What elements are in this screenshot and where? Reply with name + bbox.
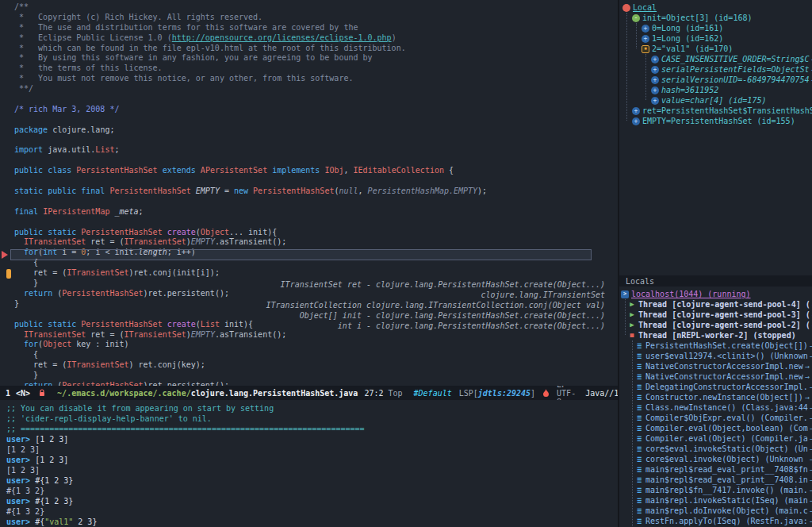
- lsp-sideline-overlay: ITransientSet ret - clojure.lang.Persist…: [266, 280, 605, 331]
- variable-row[interactable]: +0=Long (id=161): [619, 23, 812, 33]
- code-line: * By using this software in any fashion,…: [14, 53, 618, 63]
- debug-row[interactable]: ≡PersistentHashSet.create(Object[])→: [619, 340, 812, 351]
- variable-row[interactable]: +value=char[4] (id=175): [619, 95, 812, 106]
- major-mode-indicator[interactable]: Java//1: [585, 389, 618, 398]
- modeline: 1 <N> ~/.emacs.d/workspace/.cache/clojur…: [0, 386, 618, 400]
- variable-row[interactable]: ▪2="val1" (id=170): [619, 44, 812, 54]
- code-line: ITransientSet ret = (ITransientSet)EMPTY…: [14, 237, 618, 248]
- debug-row[interactable]: ≡Compiler$ObjExpr.eval() (Compiler.→: [619, 413, 812, 423]
- buffer-file-name: clojure.lang.PersistentHashSet.java: [191, 389, 358, 398]
- repl-line: user> #{1 2 3}: [6, 496, 618, 506]
- debug-row[interactable]: ▶Thread [clojure-agent-send-pool-3] (→: [619, 310, 812, 320]
- code-line: * The use and distribution terms for thi…: [14, 23, 618, 33]
- variable-row[interactable]: +ret=PersistentHashSet$TransientHashS→: [619, 106, 812, 116]
- repl-buffer[interactable]: ;; You can disable it from appearing on …: [0, 400, 618, 527]
- repl-line: user> #{"val1" 2 3}: [6, 517, 618, 527]
- debug-row[interactable]: ≡Class.newInstance() (Class.java:44→: [619, 402, 812, 413]
- code-line: * the terms of this license.: [14, 63, 618, 74]
- cursor-position: 27:2: [364, 389, 383, 398]
- code-line: static public final PersistentHashSet EM…: [14, 187, 618, 197]
- variable-row[interactable]: +CASE_INSENSITIVE_ORDER=String$C→: [619, 54, 812, 64]
- variable-collapsed-icon: +: [651, 87, 659, 94]
- stack-frame-icon: ≡: [635, 456, 643, 464]
- sessions-panel: >localhost(1044) (running)▶Thread [cloju…: [619, 287, 812, 527]
- debug-row[interactable]: ≡main$repl$fn__7417.invoke() (main.→: [619, 485, 812, 495]
- code-line: [14, 156, 618, 166]
- execution-pointer-icon: [2, 251, 8, 259]
- tree-guide-line: [625, 299, 626, 335]
- debug-row[interactable]: ▶Thread [clojure-agent-send-pool-4] (→: [619, 299, 812, 310]
- debug-row[interactable]: ▶Thread [clojure-agent-send-pool-2] (→: [619, 320, 812, 330]
- breakpoint-icon[interactable]: [6, 269, 11, 279]
- code-line: * You must not remove this notice, or an…: [14, 74, 618, 84]
- variable-row[interactable]: +serialPersistentFields=ObjectSt→: [619, 64, 812, 75]
- tree-guide-line: [645, 54, 646, 100]
- code-line: for(Object key : init): [14, 340, 618, 350]
- sideline-hint: clojure.lang.ITransientSet: [266, 290, 605, 301]
- debug-current-line-highlight: [10, 249, 592, 260]
- debug-row[interactable]: ≡main$repl.doInvoke(Object) (main.c→: [619, 506, 812, 516]
- debug-row[interactable]: ≡DelegatingConstructorAccessorImpl.→: [619, 382, 812, 392]
- debug-row[interactable]: ≡NativeConstructorAccessorImpl.new→: [619, 361, 812, 371]
- code-line: public class PersistentHashSet extends A…: [14, 166, 618, 176]
- sideline-hint: ITransientSet ret - clojure.lang.Persist…: [266, 280, 605, 290]
- sideline-hint: Object[] init - clojure.lang.PersistentH…: [266, 311, 605, 321]
- variable-row[interactable]: Local: [619, 2, 812, 13]
- code-line: /* rich Mar 3, 2008 */: [14, 105, 618, 115]
- variable-row[interactable]: -init=Object[3] (id=168): [619, 13, 812, 23]
- debug-row[interactable]: ≡NativeConstructorAccessorImpl.new→: [619, 371, 812, 382]
- tree-guide-line: [626, 13, 627, 121]
- workspace-name: #Default: [414, 389, 452, 398]
- stack-frame-icon: ≡: [635, 497, 643, 505]
- debug-row[interactable]: ≡Constructor.newInstance(Object[])→: [619, 392, 812, 402]
- debug-row[interactable]: ≡core$eval.invoke(Object) (Unknown →: [619, 454, 812, 464]
- buffer-directory: ~/.emacs.d/workspace/.cache/: [57, 389, 191, 398]
- lsp-label: LSP[: [459, 389, 478, 398]
- debug-row[interactable]: ≡main$repl.invokeStatic(ISeq) (main→: [619, 495, 812, 506]
- variable-expanded-icon: -: [632, 14, 640, 22]
- debug-row[interactable]: ■Thread [nREPL-worker-2] (stopped): [619, 330, 812, 340]
- variable-row[interactable]: +hash=3611952: [619, 85, 812, 95]
- debug-row[interactable]: ≡user$eval12974.<clinit>() (Unknown→: [619, 351, 812, 361]
- evil-state-indicator: <N>: [16, 389, 30, 398]
- debug-row[interactable]: ≡core$eval.invokeStatic(Object) (Un→: [619, 444, 812, 454]
- stack-frame-icon: ≡: [635, 404, 643, 412]
- debug-row[interactable]: ≡RestFn.applyTo(ISeq) (RestFn.java:→: [619, 516, 812, 526]
- truncation-arrow-icon: →: [805, 362, 810, 371]
- stack-frame-icon: ≡: [635, 517, 643, 525]
- variable-row[interactable]: +EMPTY=PersistentHashSet (id=155): [619, 116, 812, 126]
- debugger-side-panel: Local-init=Object[3] (id=168)+0=Long (id…: [618, 0, 812, 527]
- truncation-arrow-icon: →: [805, 393, 810, 402]
- source-buffer[interactable]: /** * Copyright (c) Rich Hickey. All rig…: [0, 0, 618, 386]
- code-line: [14, 197, 618, 207]
- stack-frame-icon: ≡: [635, 414, 643, 422]
- repl-line: ;; =====================================…: [6, 424, 618, 434]
- code-line: ret = (ITransientSet) ret.conj(key);: [14, 360, 618, 371]
- code-line: [14, 115, 618, 125]
- code-line: * which can be found in the file epl-v10…: [14, 44, 618, 54]
- debug-row[interactable]: ≡main$repl$read_eval_print__7408.in→: [619, 475, 812, 485]
- variable-row[interactable]: +1=Long (id=162): [619, 33, 812, 44]
- repl-line: ;; 'cider-repl-display-help-banner' to n…: [6, 414, 618, 424]
- tree-guide-line: [632, 340, 633, 527]
- repl-line: [1 2 3]: [6, 444, 618, 455]
- code-line: ret = (ITransientSet)ret.conj(init[i]);: [14, 268, 618, 279]
- sideline-hint: ITransientCollection clojure.lang.ITrans…: [266, 301, 605, 311]
- debug-row[interactable]: ≡Compiler.eval(Object) (Compiler.ja→: [619, 433, 812, 444]
- repl-line: user> [1 2 3]: [6, 455, 618, 465]
- variable-collapsed-icon: +: [651, 56, 659, 63]
- debug-row[interactable]: ≡Compiler.eval(Object,boolean) (Com→: [619, 423, 812, 433]
- stack-frame-icon: ≡: [635, 507, 643, 515]
- repl-line: [1 2 3]: [6, 465, 618, 475]
- debug-row[interactable]: ≡main$repl$read_eval_print__7408$fn→: [619, 464, 812, 475]
- stack-frame-icon: ≡: [635, 445, 643, 453]
- variable-row[interactable]: +serialVersionUID=-6849794470754→: [619, 75, 812, 85]
- stack-frame-icon: ≡: [635, 487, 643, 494]
- repl-line: user> [1 2 3]: [6, 434, 618, 444]
- code-line: **/: [14, 84, 618, 94]
- debug-row[interactable]: >localhost(1044) (running): [619, 289, 812, 299]
- checker-error-icon: [542, 389, 550, 398]
- repl-line: #{1 3 2}: [6, 506, 618, 517]
- debug-session-icon: >: [621, 290, 629, 298]
- read-only-lock-icon: [39, 389, 45, 397]
